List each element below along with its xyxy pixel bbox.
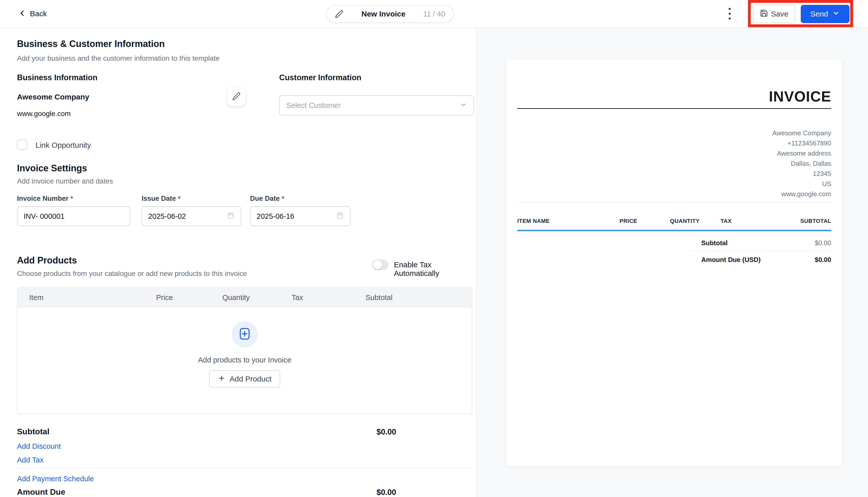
top-bar: Back New Invoice 11 / 40 Save Send [0,0,868,28]
preview-business-address: Awesome Company +11234567890 Awesome add… [772,128,831,199]
address-line: Awesome address [772,148,831,158]
calendar-icon [227,212,234,221]
plus-square-icon [239,327,250,341]
add-payment-schedule-link[interactable]: Add Payment Schedule [17,475,94,483]
add-discount-link[interactable]: Add Discount [17,442,61,451]
issue-date-value: 2025-06-02 [148,212,227,221]
invoice-number-input[interactable]: INV- 000001 [17,207,130,226]
chevron-left-icon [18,9,26,18]
send-label: Send [810,10,828,18]
preview-totals-divider [692,251,831,251]
products-table-header: Item Price Quantity Tax Subtotal [17,288,472,307]
enable-tax-label: Enable Tax Automatically [394,260,476,278]
save-button[interactable]: Save [753,5,795,23]
column-subtotal: Subtotal [365,294,392,302]
add-products-heading: Add Products [17,255,77,266]
chevron-down-icon [459,101,467,110]
empty-products-message: Add products to your Invoice [198,356,291,364]
back-label: Back [30,10,47,18]
business-name: Awesome Company [17,93,89,101]
preview-header-blue-rule [517,230,831,231]
edit-title-pencil-icon[interactable] [334,10,344,18]
summary-divider [17,468,472,468]
preview-subtotal-value: $0.00 [815,239,831,247]
select-customer-dropdown[interactable]: Select Customer [279,95,474,115]
add-product-icon-halo[interactable] [232,321,258,347]
invoice-title: New Invoice [344,10,423,18]
preview-column-tax: TAX [721,218,732,224]
invoice-number-label: Invoice Number* [17,195,73,202]
save-floppy-icon [760,9,768,19]
column-price: Price [156,294,173,302]
column-tax: Tax [292,294,303,302]
column-quantity: Quantity [222,294,250,302]
invoice-title-pill[interactable]: New Invoice 11 / 40 [326,5,454,23]
address-line: 12345 [772,169,831,179]
column-item: Item [29,294,43,302]
preview-column-item-name: ITEM NAME [517,218,550,224]
toggle-knob [373,260,382,269]
address-line: www.google.com [772,189,831,199]
preview-amount-due-label: Amount Due (USD) [701,256,761,264]
required-asterisk: * [178,195,180,202]
preview-table-header: ITEM NAME PRICE QUANTITY TAX SUBTOTAL [517,218,831,225]
pencil-icon [232,91,241,102]
section-subtitle-business-customer: Add your business and the customer infor… [17,54,219,62]
customer-information-heading: Customer Information [279,73,361,82]
preview-address-divider [517,202,831,202]
plus-icon [218,374,226,384]
add-tax-link[interactable]: Add Tax [17,456,43,464]
section-heading-business-customer: Business & Customer Information [17,39,165,49]
issue-date-input[interactable]: 2025-06-02 [142,207,241,226]
edit-business-info-button[interactable] [227,87,246,106]
due-date-input[interactable]: 2025-06-16 [250,207,350,226]
select-customer-placeholder: Select Customer [286,101,459,110]
due-date-value: 2025-06-16 [257,212,336,221]
save-label: Save [771,10,788,18]
invoice-settings-heading: Invoice Settings [17,163,87,174]
back-button[interactable]: Back [18,0,47,27]
address-line: +11234567890 [772,138,831,148]
preview-subtotal-label: Subtotal [701,239,728,247]
business-information-heading: Business Information [17,73,98,82]
add-products-subtitle: Choose products from your catalogue or a… [17,270,247,278]
preview-column-subtotal: SUBTOTAL [800,218,831,224]
products-empty-state: Add products to your Invoice Add Product [17,307,472,414]
link-opportunity-label: Link Opportunity [35,141,91,150]
preview-column-quantity: QUANTITY [670,218,699,224]
business-website: www.google.com [17,110,71,118]
chevron-down-icon [832,10,840,19]
address-line: US [772,179,831,189]
address-line: Awesome Company [772,128,831,138]
add-product-button[interactable]: Add Product [209,370,280,388]
invoice-number-value: INV- 000001 [24,212,124,221]
required-asterisk: * [282,195,284,202]
title-char-counter: 11 / 40 [423,10,445,18]
due-date-label: Due Date* [250,195,284,202]
issue-date-label: Issue Date* [142,195,180,202]
required-asterisk: * [71,195,73,202]
preview-header-divider [517,234,831,235]
preview-invoice-title: INVOICE [769,88,831,105]
send-button[interactable]: Send [801,5,850,23]
preview-amount-due-value: $0.00 [815,256,831,264]
invoice-editor-panel: Business & Customer Information Add your… [0,28,477,497]
more-options-kebab-menu[interactable] [723,0,736,27]
link-opportunity-checkbox[interactable] [17,140,27,150]
invoice-preview-card: INVOICE Awesome Company +11234567890 Awe… [506,60,842,466]
add-product-label: Add Product [229,375,271,383]
subtotal-value: $0.00 [17,427,396,437]
enable-tax-toggle[interactable] [372,259,388,270]
amount-due-value: $0.00 [17,488,396,497]
invoice-settings-subtitle: Add invoice number and dates [17,177,113,185]
address-line: Dallas, Dallas [772,158,831,169]
preview-title-rule [517,108,831,109]
preview-column-price: PRICE [620,218,637,224]
invoice-preview-panel: INVOICE Awesome Company +11234567890 Awe… [477,28,868,497]
products-table: Item Price Quantity Tax Subtotal Add pro… [17,287,472,414]
calendar-icon [336,212,344,221]
